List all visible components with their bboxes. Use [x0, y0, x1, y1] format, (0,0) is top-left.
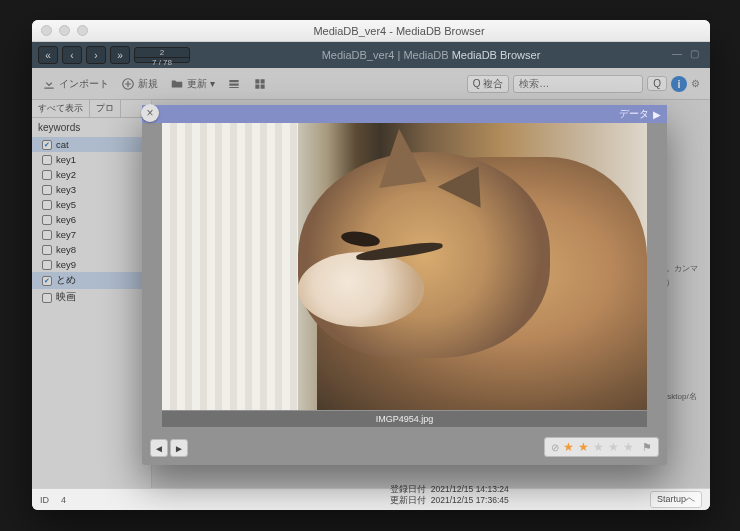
breadcrumb-path: MediaDB_ver4 | MediaDB — [322, 49, 449, 61]
close-button[interactable]: × — [141, 104, 159, 122]
id-value: 4 — [61, 495, 66, 505]
window-title: MediaDB_ver4 - MediaDB Browser — [88, 25, 710, 37]
app-window: MediaDB_ver4 - MediaDB Browser « ‹ › » 2… — [32, 20, 710, 510]
collapse-icon[interactable]: — — [672, 48, 686, 62]
image-viewport[interactable] — [162, 123, 647, 410]
modal-nav: ◄ ► — [150, 439, 188, 457]
modal-header: データ ▶ — [142, 105, 667, 123]
traffic-lights — [41, 25, 88, 36]
nav-last-button[interactable]: » — [110, 46, 130, 64]
id-label: ID — [40, 495, 49, 505]
next-image-button[interactable]: ► — [170, 439, 188, 457]
nav-first-button[interactable]: « — [38, 46, 58, 64]
minimize-icon[interactable] — [59, 25, 70, 36]
star-icon[interactable]: ★ — [623, 440, 634, 454]
data-button-label[interactable]: データ — [619, 107, 649, 121]
startup-button[interactable]: Startupへ — [650, 491, 702, 508]
star-icon[interactable]: ★ — [563, 440, 574, 454]
rating-control[interactable]: ⊘ ★ ★ ★ ★ ★ ⚑ — [544, 437, 659, 457]
nav-next-button[interactable]: › — [86, 46, 106, 64]
updated-label: 更新日付 — [390, 495, 426, 505]
page-indicator[interactable]: 2 7 / 78 — [134, 47, 190, 63]
breadcrumb: MediaDB_ver4 | MediaDB MediaDB Browser — [194, 49, 668, 61]
prev-image-button[interactable]: ◄ — [150, 439, 168, 457]
star-icon[interactable]: ★ — [593, 440, 604, 454]
page-total: 7 / 78 — [135, 58, 189, 67]
updated-value: 2021/12/15 17:36:45 — [431, 495, 509, 505]
filename-label: IMGP4954.jpg — [162, 411, 647, 427]
chevron-right-icon[interactable]: ▶ — [653, 109, 661, 120]
clear-rating-icon[interactable]: ⊘ — [551, 442, 559, 453]
close-icon[interactable] — [41, 25, 52, 36]
expand-icon[interactable]: ▢ — [690, 48, 704, 62]
nav-toolbar: « ‹ › » 2 7 / 78 MediaDB_ver4 | MediaDB … — [32, 42, 710, 68]
nav-prev-button[interactable]: ‹ — [62, 46, 82, 64]
image-viewer-modal: × データ ▶ IMGP4954.jpg ◄ ► ⊘ ★ ★ — [142, 105, 667, 465]
breadcrumb-title: MediaDB Browser — [452, 49, 541, 61]
titlebar: MediaDB_ver4 - MediaDB Browser — [32, 20, 710, 42]
star-icon[interactable]: ★ — [578, 440, 589, 454]
zoom-icon[interactable] — [77, 25, 88, 36]
status-bar: ID 4 Startupへ — [32, 488, 710, 510]
page-current: 2 — [135, 48, 189, 58]
preview-image — [162, 123, 647, 410]
star-icon[interactable]: ★ — [608, 440, 619, 454]
flag-icon[interactable]: ⚑ — [642, 441, 652, 454]
